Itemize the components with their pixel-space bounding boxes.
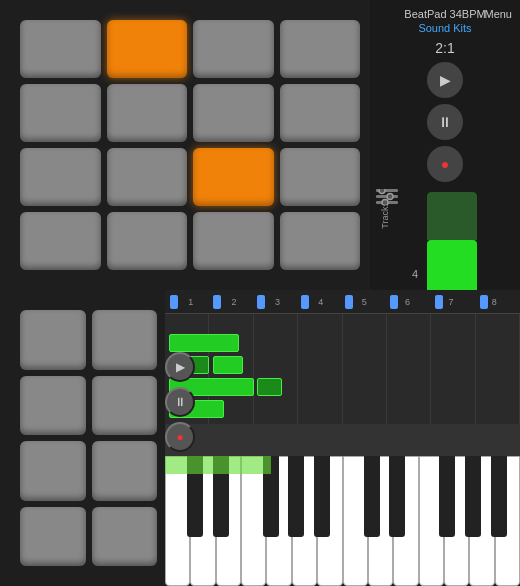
white-key-7[interactable] (317, 456, 342, 586)
white-key-6[interactable] (292, 456, 317, 586)
transport-controls: ▶ ⏸ ● (427, 62, 463, 182)
record-button[interactable]: ● (427, 146, 463, 182)
white-key-11[interactable] (419, 456, 444, 586)
white-key-3[interactable] (216, 456, 241, 586)
pad-grid-top (0, 0, 370, 290)
white-key-14[interactable] (495, 456, 520, 586)
white-key-8[interactable] (343, 456, 368, 586)
slider-5[interactable] (345, 295, 353, 309)
pause-button-bottom[interactable]: ⏸ (165, 387, 195, 417)
pad-5[interactable] (107, 84, 188, 142)
pad-b3[interactable] (92, 376, 158, 436)
white-keys (165, 456, 520, 586)
play-button[interactable]: ▶ (427, 62, 463, 98)
white-key-9[interactable] (368, 456, 393, 586)
white-key-12[interactable] (444, 456, 469, 586)
seq-col-8 (476, 314, 520, 424)
white-key-2[interactable] (190, 456, 215, 586)
white-key-5[interactable] (266, 456, 291, 586)
slider-8[interactable] (480, 295, 488, 309)
bottom-transport: ▶ ⏸ ● (165, 352, 195, 452)
pad-7[interactable] (280, 84, 361, 142)
seq-num-1: 1 (177, 297, 205, 307)
pad-b6[interactable] (20, 507, 86, 567)
pad-b4[interactable] (20, 441, 86, 501)
seq-col-5 (343, 314, 387, 424)
beatpad-title-top: BeatPad 34BPM (404, 8, 485, 20)
svg-point-3 (379, 189, 385, 194)
pad-11[interactable] (280, 148, 361, 206)
soundkits-title-top: Sound Kits (418, 22, 471, 34)
slider-4[interactable] (301, 295, 309, 309)
seq-col-4 (298, 314, 342, 424)
pause-icon: ⏸ (438, 114, 452, 130)
pause-icon-bottom: ⏸ (174, 395, 186, 409)
svg-point-4 (387, 194, 393, 200)
seq-col-7 (431, 314, 475, 424)
seq-numbers: 1 2 3 4 5 6 7 8 (169, 297, 516, 307)
top-section: BeatPad 34BPM Sound Kits Menu 2:1 ▶ ⏸ ● … (0, 0, 520, 290)
seq-num-2: 2 (220, 297, 248, 307)
pad-9[interactable] (107, 148, 188, 206)
pause-button[interactable]: ⏸ (427, 104, 463, 140)
volume-number: 4 (412, 268, 418, 280)
pad-b2[interactable] (20, 376, 86, 436)
pad-14[interactable] (193, 212, 274, 270)
white-key-13[interactable] (469, 456, 494, 586)
white-key-1[interactable] (165, 456, 190, 586)
pad-grid-bottom (0, 290, 165, 586)
mixer-icon[interactable] (376, 189, 398, 210)
pad-0[interactable] (20, 20, 101, 78)
pad-10[interactable] (193, 148, 274, 206)
menu-button[interactable]: Menu (484, 8, 512, 20)
pad-8[interactable] (20, 148, 101, 206)
slider-2[interactable] (213, 295, 221, 309)
seq-num-5: 5 (350, 297, 378, 307)
keyboard (165, 456, 520, 586)
bottom-section: BeatPad 34BPM Sound Kits 1 2 3 4 5 6 7 8 (0, 290, 520, 586)
pad-2[interactable] (193, 20, 274, 78)
play-icon-bottom: ▶ (176, 360, 185, 374)
slider-3[interactable] (257, 295, 265, 309)
pad-15[interactable] (280, 212, 361, 270)
note-3[interactable] (213, 356, 243, 374)
svg-point-5 (382, 200, 388, 206)
pad-4[interactable] (20, 84, 101, 142)
slider-7[interactable] (435, 295, 443, 309)
pad-b5[interactable] (92, 441, 158, 501)
white-key-10[interactable] (393, 456, 418, 586)
seq-col-6 (387, 314, 431, 424)
pad-b1[interactable] (92, 310, 158, 370)
white-key-4[interactable] (241, 456, 266, 586)
record-button-bottom[interactable]: ● (165, 422, 195, 452)
sequencer-header: 1 2 3 4 5 6 7 8 (165, 290, 520, 314)
note-1[interactable] (169, 334, 239, 352)
pad-1[interactable] (107, 20, 188, 78)
sequencer-content[interactable] (165, 314, 520, 424)
pad-12[interactable] (20, 212, 101, 270)
pad-b7[interactable] (92, 507, 158, 567)
record-icon: ● (441, 156, 449, 172)
pad-b0[interactable] (20, 310, 86, 370)
pad-13[interactable] (107, 212, 188, 270)
pad-3[interactable] (280, 20, 361, 78)
slider-1[interactable] (170, 295, 178, 309)
record-icon-bottom: ● (176, 430, 183, 444)
seq-num-4: 4 (307, 297, 335, 307)
play-button-bottom[interactable]: ▶ (165, 352, 195, 382)
slider-6[interactable] (390, 295, 398, 309)
seq-col-3 (254, 314, 298, 424)
ratio-display: 2:1 (435, 40, 454, 56)
piano-roll-area: BeatPad 34BPM Sound Kits 1 2 3 4 5 6 7 8 (165, 290, 520, 586)
pad-6[interactable] (193, 84, 274, 142)
seq-num-3: 3 (263, 297, 291, 307)
note-5[interactable] (257, 378, 282, 396)
right-panel-top: BeatPad 34BPM Sound Kits Menu 2:1 ▶ ⏸ ● … (370, 0, 520, 290)
play-icon: ▶ (440, 72, 451, 88)
